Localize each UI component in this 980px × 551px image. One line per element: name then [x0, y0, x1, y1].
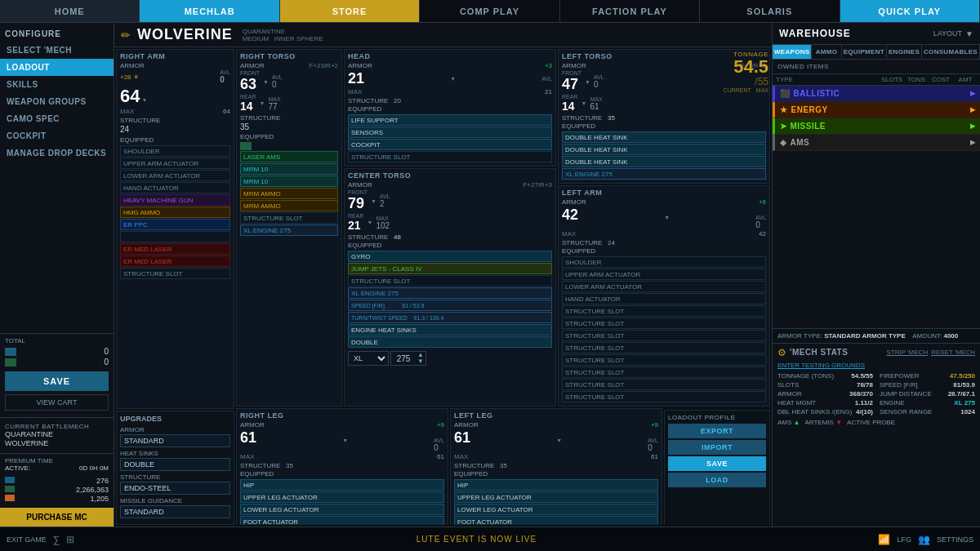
category-energy[interactable]: ★ ENERGY ▶ — [773, 102, 980, 118]
tab-consumables[interactable]: CONSUMABLES — [922, 45, 980, 59]
loadout-profile-panel: LOADOUT PROFILE EXPORT IMPORT SAVE LOAD — [664, 410, 770, 525]
middle-area: RIGHT TORSO ARMOR F+23/R+2 FRONT 63 ▼ — [236, 49, 770, 525]
top-navigation: HOME MECHLAB STORE COMP PLAY FACTION PLA… — [0, 0, 980, 23]
bottom-icon-signal: 📶 — [878, 534, 890, 545]
rt-slot-mrm-ammo-1[interactable]: MRM AMMO — [240, 188, 338, 199]
upgrade-heat-sinks: HEAT SINKS DOUBLE — [120, 450, 230, 471]
view-cart-button[interactable]: VIEW CART — [5, 394, 109, 411]
nav-comp-play[interactable]: COMP PLAY — [420, 0, 559, 22]
right-arm-avl-value: 0 — [220, 75, 230, 84]
tab-weapons[interactable]: WEAPONS — [773, 45, 812, 59]
strip-mech-button[interactable]: STRIP 'MECH — [886, 349, 928, 356]
nav-solaris[interactable]: SOLARIS — [700, 0, 840, 22]
ra-slot-erml2[interactable]: ER MED LASER — [120, 256, 230, 267]
rt-slot-engine: XL ENGINE 275 — [240, 224, 338, 236]
ra-slot-hmg-ammo[interactable]: HMG AMMO — [120, 207, 230, 218]
save-button[interactable]: SAVE — [5, 371, 109, 391]
head-title: HEAD — [348, 52, 552, 60]
ct-slot-speed-fr: SPEED [F/R] 81 / 53.9 — [348, 300, 552, 311]
settings-button[interactable]: SETTINGS — [937, 535, 973, 544]
nav-faction-play[interactable]: FACTION PLAY — [560, 0, 700, 22]
stats-icon: ⚙ — [777, 347, 786, 358]
ra-slot-upper: UPPER ARM ACTUATOR — [120, 158, 230, 169]
nav-mechlab[interactable]: MECHLAB — [140, 0, 279, 22]
right-panel: WAREHOUSE LAYOUT ▼ WEAPONS AMMO EQUIPMEN… — [772, 23, 980, 527]
icon-green — [5, 358, 16, 367]
reset-mech-button[interactable]: RESET 'MECH — [931, 349, 975, 356]
nav-home[interactable]: HOME — [0, 0, 140, 22]
export-button[interactable]: EXPORT — [668, 424, 766, 438]
sidebar-item-camo-spec[interactable]: CAMO SPEC — [0, 110, 114, 127]
nav-quick-play[interactable]: QUICK PLAY — [840, 0, 980, 22]
ll-front-value: 61 — [454, 429, 470, 447]
ct-slot-turn-speed: TURN/TWIST SPEED 61.3 / 138.4 — [348, 312, 552, 323]
category-ams[interactable]: ◈ AMS ▶ — [773, 135, 980, 151]
lfg-button[interactable]: LFG — [897, 535, 911, 544]
exit-game-button[interactable]: EXIT GAME — [7, 535, 47, 544]
ra-slot-empty1 — [120, 231, 230, 242]
armor-type-value: STANDARD ARMOR TYPE — [824, 332, 906, 340]
rt-slot-mrm10-2[interactable]: MRM 10 — [240, 176, 338, 187]
ra-slot-erml1[interactable]: ER MED LASER — [120, 243, 230, 255]
wh-col-cost-header: COST — [928, 76, 954, 83]
nav-store[interactable]: STORE — [280, 0, 420, 22]
wolverine-value: WOLVERINE — [5, 439, 109, 447]
ct-max-value: 102 — [376, 221, 390, 230]
rt-slot-laser-ams[interactable]: LASER AMS — [240, 151, 338, 162]
missile-select[interactable]: STANDARD — [120, 505, 230, 518]
sidebar-item-weapon-groups[interactable]: WEAPON GROUPS — [0, 93, 114, 110]
engine-down-button[interactable]: ▼ — [416, 358, 425, 365]
sidebar-item-drop-decks[interactable]: MANAGE DROP DECKS — [0, 144, 114, 162]
tab-engines[interactable]: ENGINES — [887, 45, 922, 59]
tonnage-display: TONNAGE 54.5 /55 CURRENT MAX — [724, 51, 768, 93]
ct-slot-structure: STRUCTURE SLOT — [348, 275, 552, 287]
layout-dropdown-icon[interactable]: ▼ — [965, 29, 973, 38]
bottom-icon-screen[interactable]: ⊞ — [66, 534, 74, 545]
ll-max-value: 61 — [651, 453, 658, 460]
sidebar-item-cockpit[interactable]: COCKPIT — [0, 127, 114, 144]
lp-save-button[interactable]: SAVE — [668, 456, 766, 471]
rl-front-value: 61 — [240, 429, 256, 447]
engine-type-select[interactable]: XL — [348, 351, 389, 366]
num-value-1: 276 — [96, 477, 109, 485]
heat-sinks-select[interactable]: DOUBLE — [120, 458, 230, 471]
ct-slot-jj[interactable]: JUMP JETS - CLASS IV — [348, 263, 552, 274]
ct-slot-double: DOUBLE — [348, 336, 552, 348]
missile-chevron-icon: ▶ — [970, 122, 976, 130]
missile-label: MISSILE — [791, 122, 826, 131]
stat-tonnage-label: TONNAGE (TONS) — [777, 372, 834, 380]
ra-slot-hmg[interactable]: HEAVY MACHINE GUN — [120, 194, 230, 206]
category-ballistic[interactable]: ⬛ BALLISTIC ▶ — [773, 86, 980, 102]
sidebar-item-skills[interactable]: SKILLS — [0, 76, 114, 93]
structure-select[interactable]: ENDO-STEEL — [120, 482, 230, 495]
load-button[interactable]: LOAD — [668, 473, 766, 487]
right-arm-panel: RIGHT ARM ARMOR +28 ☀ AVL 0 64 — [116, 49, 234, 409]
rt-slot-mrm10-1[interactable]: MRM 10 — [240, 163, 338, 175]
sidebar-item-select-mech[interactable]: SELECT 'MECH — [0, 42, 114, 59]
la-slot-str4: STRUCTURE SLOT — [562, 342, 766, 353]
icon-green-small — [5, 486, 15, 492]
import-button[interactable]: IMPORT — [668, 440, 766, 455]
warehouse-tabs: WEAPONS AMMO EQUIPMENT ENGINES CONSUMABL… — [773, 45, 980, 60]
tab-ammo[interactable]: AMMO — [812, 45, 841, 59]
purchase-mc-button[interactable]: PURCHASE MC — [0, 508, 114, 527]
category-missile[interactable]: ➤ MISSILE ▶ — [773, 118, 980, 135]
sidebar-item-loadout[interactable]: LOADOUT — [0, 59, 114, 76]
armor-select[interactable]: STANDARD — [120, 434, 230, 447]
ct-slot-gyro: GYRO — [348, 251, 552, 262]
ra-slot-erppc[interactable]: ER PPC — [120, 219, 230, 230]
enter-testing-grounds-link[interactable]: ENTER TESTING GROUNDS — [777, 362, 975, 369]
rt-slot-structure: STRUCTURE SLOT — [240, 212, 338, 224]
mech-weight-faction: MEDIUM INNER SPHERE — [243, 35, 323, 42]
rt-slot-mrm-ammo-2[interactable]: MRM AMMO — [240, 200, 338, 211]
owned-items-label: OWNED ITEMS — [773, 60, 980, 74]
total-label: TOTAL — [5, 337, 109, 344]
la-front-value: 42 — [562, 207, 578, 224]
tonnage-max-label: MAX — [756, 87, 768, 93]
engine-rating-input[interactable] — [391, 354, 416, 363]
bottom-icon-sum[interactable]: ∑ — [53, 534, 60, 545]
ct-front-value: 79 — [348, 195, 368, 212]
stat-firepower: FIREPOWER 47.5/250 — [880, 372, 975, 380]
stat-engine-value: XL 275 — [954, 399, 975, 407]
tab-equipment[interactable]: EQUIPMENT — [842, 45, 887, 59]
